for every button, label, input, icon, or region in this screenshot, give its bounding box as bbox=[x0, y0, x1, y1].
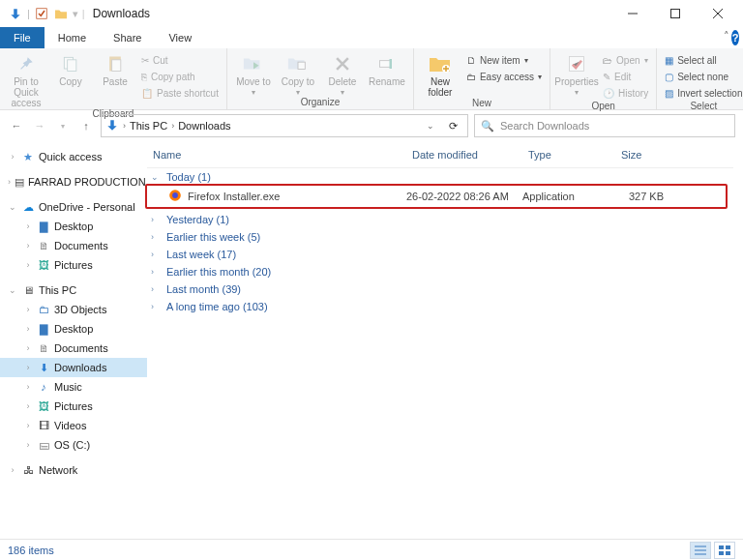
firefox-icon bbox=[168, 189, 182, 204]
pin-to-quick-access-button[interactable]: Pin to Quick access bbox=[6, 52, 46, 108]
thumbnails-view-button[interactable] bbox=[714, 542, 735, 559]
group-long-ago[interactable]: ›A long time ago (103) bbox=[147, 298, 733, 315]
new-folder-button[interactable]: New folder bbox=[420, 52, 461, 98]
copy-path-icon: ⎘ bbox=[141, 72, 147, 82]
tab-home[interactable]: Home bbox=[45, 29, 100, 46]
crumb-downloads[interactable]: Downloads bbox=[178, 120, 230, 132]
cut-button[interactable]: ✂Cut bbox=[139, 52, 221, 68]
easy-access-button[interactable]: 🗀Easy access ▾ bbox=[464, 69, 544, 84]
disk-icon: 🖴 bbox=[37, 438, 50, 452]
select-none-button[interactable]: ▢Select none bbox=[663, 69, 743, 84]
star-icon: ★ bbox=[21, 150, 35, 163]
sidebar-pictures[interactable]: ›🖼Pictures bbox=[0, 397, 147, 416]
delete-button[interactable]: Delete▾ bbox=[322, 52, 363, 97]
sidebar-farrad[interactable]: ›▤FARRAD PRODUCTION bbox=[0, 172, 147, 192]
maximize-button[interactable] bbox=[654, 0, 697, 27]
title-bar: | ▾ | Downloads bbox=[0, 0, 743, 27]
group-last-month[interactable]: ›Last month (39) bbox=[147, 280, 733, 298]
window-title: Downloads bbox=[93, 7, 150, 20]
address-box[interactable]: › This PC › Downloads ⌄ ⟳ bbox=[101, 114, 468, 137]
chevron-down-icon[interactable]: ⌄ bbox=[8, 202, 17, 212]
copy-path-button[interactable]: ⎘Copy path bbox=[139, 69, 221, 84]
select-all-button[interactable]: ▦Select all bbox=[663, 52, 743, 68]
svg-rect-20 bbox=[726, 545, 730, 549]
properties-button[interactable]: Properties▾ bbox=[556, 52, 597, 97]
col-date[interactable]: Date modified bbox=[412, 149, 528, 161]
collapse-ribbon-icon[interactable]: ˄ bbox=[724, 30, 729, 45]
picture-icon: 🖼 bbox=[37, 399, 50, 413]
group-last-week[interactable]: ›Last week (17) bbox=[147, 246, 733, 263]
sidebar-this-pc[interactable]: ⌄🖥This PC bbox=[0, 280, 147, 300]
back-button[interactable]: ← bbox=[8, 117, 25, 134]
sidebar-desktop[interactable]: ›▇Desktop bbox=[0, 319, 147, 339]
select-none-icon: ▢ bbox=[665, 72, 673, 82]
copy-to-icon bbox=[284, 52, 312, 75]
sidebar-onedrive[interactable]: ⌄☁OneDrive - Personal bbox=[0, 197, 147, 217]
cube-icon: 🗀 bbox=[37, 303, 50, 316]
delete-icon bbox=[329, 52, 356, 75]
sidebar-videos[interactable]: ›🎞Videos bbox=[0, 416, 147, 435]
highlighted-file: Firefox Installer.exe 26-02-2022 08:26 A… bbox=[145, 184, 728, 209]
new-item-button[interactable]: 🗋New item ▾ bbox=[464, 52, 544, 68]
minimize-button[interactable] bbox=[611, 0, 654, 27]
file-date: 26-02-2022 08:26 AM bbox=[406, 191, 522, 202]
history-button[interactable]: 🕑History bbox=[601, 85, 650, 101]
status-bar: 186 items bbox=[0, 539, 743, 560]
sidebar-music[interactable]: ›♪Music bbox=[0, 377, 147, 397]
sidebar-os-c[interactable]: ›🖴OS (C:) bbox=[0, 435, 147, 455]
details-view-button[interactable] bbox=[690, 542, 711, 559]
address-dropdown-icon[interactable]: ⌄ bbox=[427, 121, 434, 131]
paste-icon bbox=[102, 52, 129, 75]
open-button[interactable]: 🗁Open ▾ bbox=[601, 52, 650, 68]
folder-icon: ▇ bbox=[37, 220, 50, 233]
svg-rect-2 bbox=[671, 10, 680, 18]
group-earlier-week[interactable]: ›Earlier this week (5) bbox=[147, 228, 733, 246]
paste-button[interactable]: Paste bbox=[95, 52, 135, 87]
copy-to-button[interactable]: Copy to▾ bbox=[278, 52, 318, 97]
tab-share[interactable]: Share bbox=[100, 29, 155, 46]
group-select: ▦Select all ▢Select none ▨Invert selecti… bbox=[657, 48, 743, 109]
close-button[interactable] bbox=[697, 0, 739, 27]
file-row-firefox[interactable]: Firefox Installer.exe 26-02-2022 08:26 A… bbox=[147, 186, 726, 207]
move-to-button[interactable]: Move to▾ bbox=[233, 52, 274, 97]
rename-button[interactable]: Rename bbox=[367, 52, 407, 87]
navigation-pane: ›★Quick access ›▤FARRAD PRODUCTION ⌄☁One… bbox=[0, 141, 147, 539]
sidebar-network[interactable]: ›🖧Network bbox=[0, 460, 147, 480]
sidebar-documents[interactable]: ›🗎Documents bbox=[0, 339, 147, 358]
col-type[interactable]: Type bbox=[528, 149, 621, 161]
sidebar-od-pictures[interactable]: ›🖼Pictures bbox=[0, 255, 147, 275]
svg-rect-9 bbox=[298, 62, 305, 69]
copy-button[interactable]: Copy bbox=[50, 52, 91, 87]
group-yesterday[interactable]: ›Yesterday (1) bbox=[147, 211, 733, 228]
col-size[interactable]: Size bbox=[621, 149, 679, 161]
chevron-right-icon[interactable]: › bbox=[8, 152, 17, 162]
forward-button[interactable]: → bbox=[31, 117, 48, 134]
sidebar-3d[interactable]: ›🗀3D Objects bbox=[0, 300, 147, 319]
sidebar-downloads[interactable]: ›⬇Downloads bbox=[0, 358, 147, 377]
col-name[interactable]: Name bbox=[153, 149, 412, 161]
help-icon[interactable]: ? bbox=[731, 30, 739, 45]
chevron-down-icon: ⌄ bbox=[151, 172, 161, 182]
up-button[interactable]: ↑ bbox=[77, 117, 95, 134]
qat-properties-icon[interactable] bbox=[34, 6, 49, 21]
svg-rect-11 bbox=[389, 59, 392, 69]
edit-button[interactable]: ✎Edit bbox=[601, 69, 650, 84]
refresh-button[interactable]: ⟳ bbox=[442, 114, 463, 137]
sidebar-quick-access[interactable]: ›★Quick access bbox=[0, 147, 147, 166]
group-label-organize: Organize bbox=[233, 97, 407, 109]
paste-shortcut-button[interactable]: 📋Paste shortcut bbox=[139, 85, 221, 101]
sidebar-od-documents[interactable]: ›🗎Documents bbox=[0, 236, 147, 255]
svg-point-15 bbox=[172, 192, 178, 198]
network-icon: 🖧 bbox=[21, 463, 35, 477]
tab-file[interactable]: File bbox=[0, 27, 45, 48]
tab-view[interactable]: View bbox=[155, 29, 205, 46]
file-list: Name Date modified Type Size ⌄Today (1) … bbox=[147, 141, 743, 539]
group-earlier-month[interactable]: ›Earlier this month (20) bbox=[147, 263, 733, 280]
qat-folder-icon[interactable] bbox=[53, 6, 69, 21]
file-size: 327 KB bbox=[615, 191, 673, 202]
crumb-this-pc[interactable]: This PC bbox=[130, 120, 167, 132]
sidebar-od-desktop[interactable]: ›▇Desktop bbox=[0, 217, 147, 236]
search-box[interactable]: 🔍 Search Downloads bbox=[474, 114, 735, 137]
invert-selection-button[interactable]: ▨Invert selection bbox=[663, 85, 743, 101]
recent-button[interactable]: ▾ bbox=[54, 117, 72, 134]
